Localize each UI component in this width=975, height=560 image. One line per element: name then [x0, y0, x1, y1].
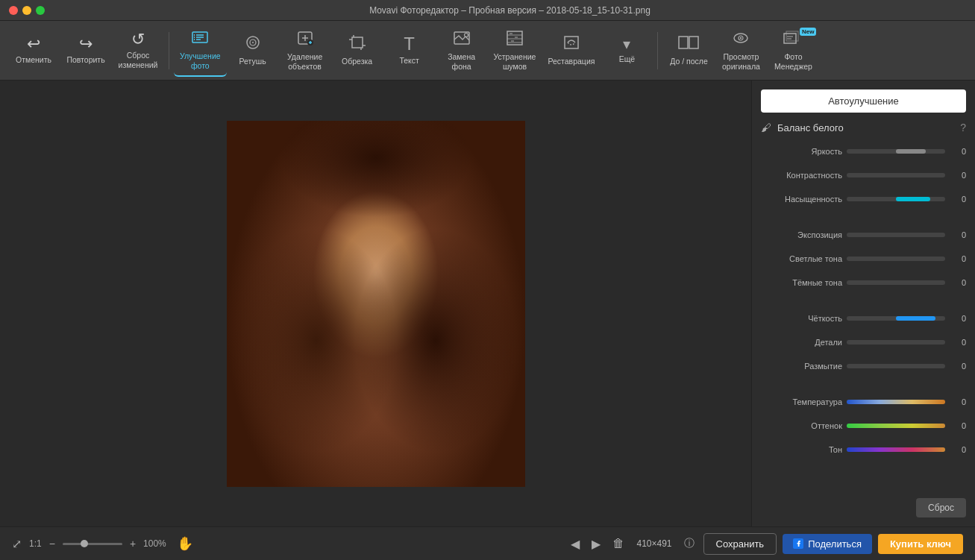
exposure-slider-row: Экспозиция 0: [761, 226, 966, 244]
contrast-track[interactable]: [847, 173, 945, 177]
svg-rect-28: [689, 37, 698, 48]
enhance-photo-button[interactable]: Улучшениефото: [174, 25, 227, 77]
zoom-in-icon[interactable]: +: [130, 538, 136, 550]
photo-manager-label: ФотоМенеджер: [774, 52, 812, 71]
blur-track[interactable]: [847, 364, 945, 368]
zoom-percent: 100%: [143, 538, 169, 549]
sharpness-track[interactable]: [847, 316, 945, 321]
toolbar-separator-2: [657, 32, 658, 69]
shadows-value: 0: [945, 278, 966, 287]
text-button[interactable]: T Текст: [383, 25, 436, 77]
photo-manager-button[interactable]: New ФотоМенеджер: [767, 25, 819, 77]
more-label: Ещё: [619, 54, 635, 64]
hand-tool-icon[interactable]: ✋: [177, 535, 193, 552]
auto-enhance-button[interactable]: Автоулучшение: [761, 89, 966, 113]
view-original-icon: [732, 30, 750, 49]
retouch-button[interactable]: Ретушь: [227, 25, 279, 77]
white-balance-header: 🖌 Баланс белого ?: [761, 119, 966, 136]
bottom-center-controls: ◀ ▶ 🗑 410×491 ⓘ: [571, 537, 694, 551]
divider-2: [761, 298, 966, 303]
shadows-slider-row: Тёмные тона 0: [761, 274, 966, 292]
restore-button[interactable]: Реставрация: [542, 25, 601, 77]
photo-container: [227, 121, 525, 487]
new-badge: New: [800, 28, 816, 36]
brightness-value: 0: [945, 147, 966, 156]
crop-button[interactable]: Обрезка: [331, 25, 383, 77]
replace-bg-icon: [453, 30, 471, 49]
more-icon: ▾: [623, 37, 630, 51]
close-button[interactable]: [9, 6, 18, 15]
svg-rect-25: [511, 40, 514, 42]
reset-icon: ↺: [131, 31, 145, 48]
reset-label: Сбросизменений: [119, 51, 158, 69]
divider-1: [761, 214, 966, 220]
save-button[interactable]: Сохранить: [703, 533, 777, 555]
temperature-track[interactable]: [847, 400, 945, 404]
next-image-button[interactable]: ▶: [592, 537, 601, 551]
hue-slider-row: Оттенок 0: [761, 417, 966, 435]
maximize-button[interactable]: [36, 6, 45, 15]
zoom-out-icon[interactable]: −: [49, 538, 55, 550]
hue-value: 0: [945, 421, 966, 430]
details-track[interactable]: [847, 340, 945, 345]
ratio-label[interactable]: 1:1: [29, 538, 42, 549]
retouch-icon: [244, 34, 262, 54]
share-label: Поделиться: [808, 538, 862, 550]
highlights-slider-row: Светлые тона 0: [761, 250, 966, 268]
replace-bg-button[interactable]: Заменафона: [436, 25, 488, 77]
buy-key-button[interactable]: Купить ключ: [878, 534, 963, 554]
text-icon: T: [404, 35, 415, 53]
tone-track[interactable]: [847, 447, 945, 452]
saturation-label: Насыщенность: [761, 195, 847, 204]
svg-rect-24: [515, 37, 518, 38]
denoise-label: Устранениешумов: [494, 52, 536, 71]
shadows-label: Тёмные тона: [761, 278, 847, 287]
undo-label: Отменить: [16, 55, 51, 65]
canvas-area[interactable]: [0, 81, 751, 526]
fit-to-window-icon[interactable]: ⤢: [12, 537, 22, 551]
before-after-button[interactable]: До / после: [662, 25, 715, 77]
enhance-icon: [191, 29, 209, 48]
svg-rect-12: [352, 37, 363, 48]
reset-panel-button[interactable]: Сброс: [916, 498, 966, 517]
white-balance-label: Баланс белого: [777, 122, 844, 133]
help-icon[interactable]: ?: [960, 122, 966, 133]
brightness-track[interactable]: [847, 149, 945, 154]
delete-button[interactable]: 🗑: [612, 537, 624, 550]
divider-3: [761, 381, 966, 387]
view-original-label: Просмотроригинала: [722, 52, 760, 71]
hue-track[interactable]: [847, 424, 945, 428]
saturation-track[interactable]: [847, 197, 945, 201]
temperature-label: Температура: [761, 397, 847, 406]
highlights-track[interactable]: [847, 257, 945, 261]
svg-rect-27: [679, 37, 688, 48]
denoise-button[interactable]: Устранениешумов: [488, 25, 542, 77]
info-button[interactable]: ⓘ: [684, 537, 695, 550]
restore-label: Реставрация: [548, 57, 595, 66]
redo-button[interactable]: ↪ Повторить: [60, 25, 112, 77]
facebook-icon: [793, 538, 803, 549]
undo-button[interactable]: ↩ Отменить: [7, 25, 60, 77]
restore-icon: [562, 34, 580, 54]
more-button[interactable]: ▾ Ещё: [601, 25, 653, 77]
prev-image-button[interactable]: ◀: [571, 537, 580, 551]
exposure-track[interactable]: [847, 233, 945, 237]
remove-objects-button[interactable]: Удалениеобъектов: [279, 25, 331, 77]
contrast-value: 0: [945, 171, 966, 180]
window-title: Movavi Фоторедактор – Пробная версия – 2…: [54, 5, 966, 16]
highlights-value: 0: [945, 254, 966, 263]
main-area: Автоулучшение 🖌 Баланс белого ? Яркость …: [0, 81, 975, 526]
tone-value: 0: [945, 445, 966, 454]
share-button[interactable]: Поделиться: [783, 534, 872, 554]
exposure-value: 0: [945, 230, 966, 239]
reset-changes-button[interactable]: ↺ Сбросизменений: [112, 25, 164, 77]
right-panel: Автоулучшение 🖌 Баланс белого ? Яркость …: [751, 81, 975, 526]
remove-icon: [296, 30, 314, 49]
zoom-slider[interactable]: [63, 543, 122, 545]
shadows-track[interactable]: [847, 280, 945, 285]
minimize-button[interactable]: [22, 6, 31, 15]
details-value: 0: [945, 338, 966, 347]
tone-slider-row: Тон 0: [761, 441, 966, 459]
title-bar: Movavi Фоторедактор – Пробная версия – 2…: [0, 0, 975, 21]
view-original-button[interactable]: Просмотроригинала: [715, 25, 767, 77]
